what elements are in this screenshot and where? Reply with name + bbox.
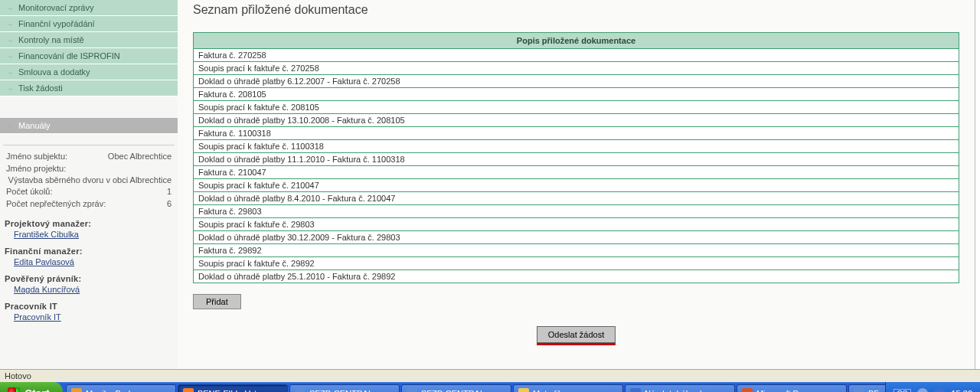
table-row[interactable]: Soupis prací k faktuře č. 1100318 [194,140,959,153]
table-row[interactable]: Doklad o úhradě platby 30.12.2009 - Fakt… [194,231,959,244]
system-tray: CS 15:30 [885,382,980,392]
tray-icon[interactable] [934,388,945,392]
taskbar-item-label: Monika Badzgo… [86,389,152,392]
table-row[interactable]: Faktura č. 210047 [194,166,959,179]
taskbar-item[interactable]: Návrh taháku d… [625,384,735,392]
windows-taskbar: Start Monika Badzgo…BENE-FILL: Vyt…SFZP-… [0,382,980,392]
taskbar-item[interactable]: SFZP-CENTRAL… [289,384,400,392]
start-label: Start [24,387,49,392]
table-row[interactable]: Faktura č. 270258 [194,49,959,62]
role-block: Pracovník ITPracovník IT [5,302,173,322]
project-value: Výstavba sběrného dvoru v obci Albrechti… [3,175,175,185]
role-person-link[interactable]: Edita Pavlasová [14,257,74,266]
table-row[interactable]: Soupis prací k faktuře č. 270258 [194,62,959,75]
role-title: Finanční manažer: [5,247,173,256]
documents-table: Popis přiložené dokumentace Faktura č. 2… [193,32,959,283]
table-cell: Faktura č. 208105 [194,88,959,101]
table-cell: Soupis prací k faktuře č. 210047 [194,179,959,192]
table-cell: Faktura č. 29803 [194,205,959,218]
table-cell: Soupis prací k faktuře č. 270258 [194,62,959,75]
table-row[interactable]: Faktura č. 29892 [194,244,959,257]
table-row[interactable]: Faktura č. 29803 [194,205,959,218]
taskbar-item-label: BF - žádosti o pl… [868,389,885,392]
main-content: Seznam přiložené dokumentace Popis přilo… [178,0,975,369]
taskbar-item-label: SFZP-CENTRAL… [309,389,381,392]
table-header: Popis přiložené dokumentace [194,33,959,49]
table-cell: Doklad o úhradě platby 13.10.2008 - Fakt… [194,114,959,127]
language-indicator[interactable]: CS [893,389,912,393]
taskbar-item-label: BENE-FILL: Vyt… [198,389,265,392]
table-row[interactable]: Doklad o úhradě platby 11.1.2010 - Faktu… [194,153,959,166]
tray-icon[interactable] [917,388,928,392]
table-row[interactable]: Soupis prací k faktuře č. 29803 [194,218,959,231]
table-cell: Doklad o úhradě platby 25.1.2010 - Faktu… [194,270,959,283]
role-title: Pověřený právník: [5,274,173,283]
table-row[interactable]: Soupis prací k faktuře č. 29892 [194,257,959,270]
start-button[interactable]: Start [0,382,63,392]
app-icon [630,388,641,392]
table-cell: Faktura č. 270258 [194,49,959,62]
subject-value: Obec Albrechtice [108,152,172,161]
table-cell: Doklad o úhradě platby 6.12.2007 - Faktu… [194,75,959,88]
unread-label: Počet nepřečtených zpráv: [6,199,106,208]
sidebar-item-manuals[interactable]: Manuály [0,118,178,134]
clock: 15:30 [951,389,972,392]
taskbar-item[interactable]: Monika Badzgo… [66,384,176,392]
app-icon [295,388,305,392]
table-row[interactable]: Doklad o úhradě platby 13.10.2008 - Fakt… [194,114,959,127]
table-row[interactable]: Doklad o úhradě platby 6.12.2007 - Faktu… [194,75,959,88]
table-cell: Soupis prací k faktuře č. 1100318 [194,140,959,153]
table-cell: Doklad o úhradě platby 30.12.2009 - Fakt… [194,231,959,244]
table-cell: Doklad o úhradě platby 8.4.2010 - Faktur… [194,192,959,205]
table-cell: Soupis prací k faktuře č. 29892 [194,257,959,270]
table-cell: Soupis prací k faktuře č. 29803 [194,218,959,231]
sidebar-menu: Monitorovací zprávyFinanční vypořádáníKo… [0,0,178,134]
role-title: Pracovník IT [5,302,173,311]
taskbar-item[interactable]: Metodika [513,384,623,392]
app-icon [518,388,529,392]
app-icon [71,388,82,392]
role-block: Finanční manažer:Edita Pavlasová [5,247,173,266]
sidebar-item[interactable]: Smlouva a dodatky [0,64,178,80]
role-block: Pověřený právník:Magda Kuncířová [5,274,173,294]
subject-label: Jméno subjektu: [6,152,67,161]
taskbar-item[interactable]: Microsoft Powe… [737,384,847,392]
table-row[interactable]: Soupis prací k faktuře č. 208105 [194,101,959,114]
app-icon [742,388,753,392]
taskbar-item[interactable]: BF - žádosti o pl… [848,384,885,392]
sidebar-item[interactable]: Monitorovací zprávy [0,0,178,16]
taskbar-item-label: Metodika [533,389,567,392]
table-cell: Soupis prací k faktuře č. 208105 [194,101,959,114]
table-cell: Faktura č. 210047 [194,166,959,179]
table-cell: Faktura č. 29892 [194,244,959,257]
add-button[interactable]: Přidat [193,294,241,309]
taskbar-item-label: Návrh taháku d… [645,389,710,392]
app-icon [183,388,194,392]
windows-logo-icon [8,387,20,392]
table-cell: Faktura č. 1100318 [194,127,959,140]
sidebar-item[interactable]: Kontroly na místě [0,32,178,48]
taskbar-item-label: Microsoft Powe… [756,389,822,392]
right-border [975,0,980,369]
taskbar-item[interactable]: BENE-FILL: Vyt… [178,384,288,392]
table-row[interactable]: Faktura č. 1100318 [194,127,959,140]
table-row[interactable]: Faktura č. 208105 [194,88,959,101]
role-block: Projektový manažer:František Cibulka [5,219,173,239]
table-cell: Doklad o úhradě platby 11.1.2010 - Faktu… [194,153,959,166]
role-person-link[interactable]: Pracovník IT [14,312,61,322]
info-panel: Jméno subjektu:Obec Albrechtice Jméno pr… [3,145,175,210]
sidebar-item[interactable]: Tisk žádosti [0,80,178,96]
sidebar-item[interactable]: Financování dle ISPROFIN [0,48,178,64]
taskbar-item[interactable]: SFZP-CENTRAL… [401,384,511,392]
sidebar: Monitorovací zprávyFinanční vypořádáníKo… [0,0,178,369]
app-icon [407,388,417,392]
app-icon [854,388,864,392]
table-row[interactable]: Doklad o úhradě platby 25.1.2010 - Faktu… [194,270,959,283]
table-row[interactable]: Doklad o úhradě platby 8.4.2010 - Faktur… [194,192,959,205]
table-row[interactable]: Soupis prací k faktuře č. 210047 [194,179,959,192]
sidebar-item[interactable]: Finanční vypořádání [0,16,178,32]
tasks-label: Počet úkolů: [6,187,53,196]
role-person-link[interactable]: František Cibulka [14,230,79,239]
role-person-link[interactable]: Magda Kuncířová [14,285,80,294]
send-request-button[interactable]: Odeslat žádost [537,326,616,343]
